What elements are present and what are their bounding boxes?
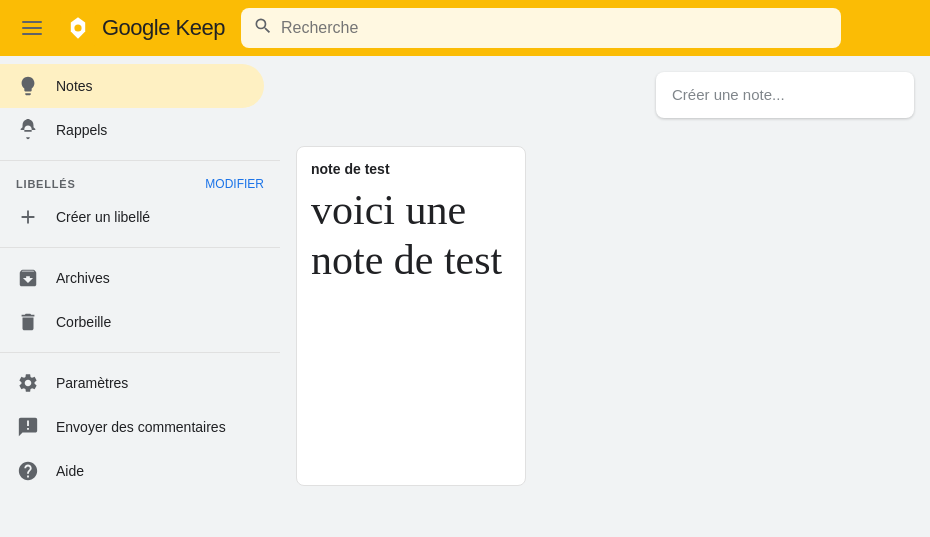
sidebar-item-help[interactable]: Aide [0, 449, 264, 493]
add-label-icon [16, 205, 40, 229]
sidebar-item-trash[interactable]: Corbeille [0, 300, 264, 344]
archives-label: Archives [56, 270, 110, 286]
sidebar-item-settings[interactable]: Paramètres [0, 361, 264, 405]
create-note-bar[interactable]: Créer une note... [656, 72, 914, 118]
app-title: Google Keep [102, 15, 225, 41]
settings-icon [16, 371, 40, 395]
menu-button[interactable] [12, 8, 52, 48]
notes-grid: note de test voici une note de test [296, 138, 914, 486]
sidebar-item-feedback[interactable]: Envoyer des commentaires [0, 405, 264, 449]
labels-title: Libellés [16, 178, 76, 190]
keep-logo-icon [60, 10, 96, 46]
help-label: Aide [56, 463, 84, 479]
trash-label: Corbeille [56, 314, 111, 330]
svg-rect-2 [22, 33, 42, 35]
feedback-label: Envoyer des commentaires [56, 419, 226, 435]
create-note-placeholder: Créer une note... [672, 86, 785, 103]
help-icon [16, 459, 40, 483]
svg-point-4 [74, 24, 81, 31]
svg-rect-0 [22, 21, 42, 23]
archive-icon [16, 266, 40, 290]
main-content: Créer une note... note de test voici une… [280, 56, 930, 537]
sidebar-item-notes[interactable]: Notes [0, 64, 264, 108]
note-card[interactable]: note de test voici une note de test [296, 146, 526, 486]
divider-1 [0, 160, 280, 161]
edit-labels-button[interactable]: MODIFIER [205, 177, 264, 191]
svg-rect-1 [22, 27, 42, 29]
sidebar-item-reminders[interactable]: Rappels [0, 108, 264, 152]
divider-2 [0, 247, 280, 248]
note-title: note de test [311, 161, 511, 177]
create-label-text: Créer un libellé [56, 209, 150, 225]
labels-section-header: Libellés MODIFIER [0, 169, 280, 195]
layout: Notes Rappels Libellés MODIFIER Créer un… [0, 56, 930, 537]
lightbulb-icon [16, 74, 40, 98]
divider-3 [0, 352, 280, 353]
search-icon [253, 16, 273, 41]
top-bar: Google Keep [0, 0, 930, 56]
reminders-label: Rappels [56, 122, 107, 138]
feedback-icon [16, 415, 40, 439]
note-body: voici une note de test [311, 185, 511, 286]
app-logo[interactable]: Google Keep [60, 10, 225, 46]
notes-label: Notes [56, 78, 93, 94]
trash-icon [16, 310, 40, 334]
sidebar: Notes Rappels Libellés MODIFIER Créer un… [0, 56, 280, 537]
settings-label: Paramètres [56, 375, 128, 391]
search-bar[interactable] [241, 8, 841, 48]
sidebar-item-create-label[interactable]: Créer un libellé [0, 195, 264, 239]
reminder-icon [16, 118, 40, 142]
sidebar-item-archives[interactable]: Archives [0, 256, 264, 300]
search-input[interactable] [281, 19, 829, 37]
